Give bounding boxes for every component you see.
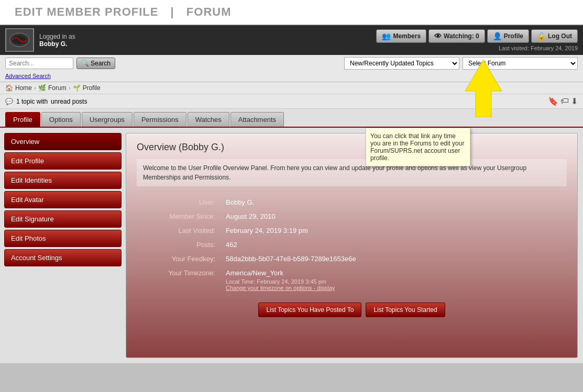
user-value: Bobby G. bbox=[221, 195, 567, 209]
logged-in-label: Logged in as Bobby G. bbox=[39, 33, 75, 48]
watching-icon: 👁 bbox=[434, 32, 442, 40]
table-row: Your Feedkey: 58da2bbb-5b07-47e8-b589-72… bbox=[137, 252, 567, 266]
welcome-text: Welcome to the User Profile Overview Pan… bbox=[137, 159, 567, 187]
table-row: Posts: 462 bbox=[137, 238, 567, 252]
feedkey-value: 58da2bbb-5b07-47e8-b589-7289e1653e6e bbox=[221, 252, 567, 266]
notification-icon: 💬 bbox=[5, 98, 13, 105]
posts-label: Posts: bbox=[137, 238, 221, 252]
member-since-label: Member Since: bbox=[137, 209, 221, 223]
breadcrumb-leaf-icon: 🌱 bbox=[73, 84, 81, 92]
notification-link[interactable]: 1 topic with bbox=[16, 98, 48, 105]
sidebar-item-edit-identities[interactable]: Edit Identities bbox=[4, 172, 122, 189]
page-title: EDIT MEMBER PROFILE | FORUM bbox=[0, 0, 583, 25]
bottom-buttons: List Topics You Have Posted To List Topi… bbox=[137, 294, 567, 321]
header-left: Logged in as Bobby G. bbox=[5, 28, 75, 52]
yellow-arrow bbox=[465, 60, 502, 117]
notification-action-icons: 🔖 🏷 ⬇ bbox=[548, 96, 578, 106]
tab-usergroups[interactable]: Usergroups bbox=[82, 112, 133, 127]
table-row: User: Bobby G. bbox=[137, 195, 567, 209]
breadcrumb-home[interactable]: Home bbox=[15, 84, 32, 92]
breadcrumb-profile[interactable]: Profile bbox=[83, 84, 101, 92]
feedkey-label: Your Feedkey: bbox=[137, 252, 221, 266]
last-visited-label: Last Visited: bbox=[137, 223, 221, 238]
tab-profile[interactable]: Profile bbox=[5, 112, 40, 127]
profile-table: User: Bobby G. Member Since: August 29, … bbox=[137, 195, 567, 294]
timezone-label: Your Timezone: bbox=[137, 266, 221, 294]
sidebar-item-overview[interactable]: Overview bbox=[4, 133, 122, 150]
search-button[interactable]: 🔍 Search bbox=[76, 58, 115, 69]
advanced-search-link[interactable]: Advanced Search bbox=[5, 73, 51, 79]
download-icon[interactable]: ⬇ bbox=[571, 96, 578, 106]
sidebar: Overview Edit Profile Edit Identities Ed… bbox=[0, 128, 126, 363]
bookmark-icon[interactable]: 🔖 bbox=[548, 96, 558, 106]
sidebar-item-edit-profile[interactable]: Edit Profile bbox=[4, 152, 122, 170]
tooltip-box: You can click that link any time you are… bbox=[366, 128, 470, 166]
tab-permissions[interactable]: Permissions bbox=[134, 112, 186, 127]
table-row: Last Visited: February 24, 2019 3:19 pm bbox=[137, 223, 567, 238]
svg-marker-3 bbox=[465, 60, 502, 117]
tag-icon[interactable]: 🏷 bbox=[560, 96, 569, 106]
notification-text: 💬 1 topic with unread posts bbox=[5, 98, 87, 105]
user-label: User: bbox=[137, 195, 221, 209]
tab-options[interactable]: Options bbox=[41, 112, 81, 127]
last-visited: Last visited: February 24, 2019 bbox=[499, 45, 578, 51]
profile-heading: Overview (Bobby G.) bbox=[137, 142, 567, 153]
profile-button[interactable]: 👤 Profile bbox=[487, 29, 529, 43]
search-icon: 🔍 bbox=[81, 60, 89, 67]
header-bar: Logged in as Bobby G. 👥 Members 👁 Watchi… bbox=[0, 25, 583, 55]
members-button[interactable]: 👥 Members bbox=[376, 29, 426, 43]
profile-icon: 👤 bbox=[493, 32, 502, 40]
logout-button[interactable]: 🔓 Log Out bbox=[531, 29, 578, 43]
list-topics-started-button[interactable]: List Topics You Started bbox=[366, 303, 445, 317]
tab-watches[interactable]: Watches bbox=[188, 112, 229, 127]
sidebar-item-edit-avatar[interactable]: Edit Avatar bbox=[4, 191, 122, 208]
logo bbox=[5, 28, 34, 52]
list-topics-posted-button[interactable]: List Topics You Have Posted To bbox=[258, 303, 361, 317]
breadcrumb-forum[interactable]: Forum bbox=[48, 84, 67, 92]
change-timezone-link[interactable]: Change your timezone on options - displa… bbox=[226, 285, 562, 291]
breadcrumb-tree-icon: 🌿 bbox=[38, 84, 46, 92]
sidebar-item-edit-signature[interactable]: Edit Signature bbox=[4, 210, 122, 228]
profile-content: Overview (Bobby G.) Welcome to the User … bbox=[126, 133, 578, 358]
tab-attachments[interactable]: Attachments bbox=[230, 112, 284, 127]
posts-value: 462 bbox=[221, 238, 567, 252]
main-content: Overview Edit Profile Edit Identities Ed… bbox=[0, 128, 583, 363]
members-icon: 👥 bbox=[382, 32, 391, 40]
last-visited-value: February 24, 2019 3:19 pm bbox=[221, 223, 567, 238]
search-input[interactable] bbox=[5, 58, 73, 69]
sidebar-item-edit-photos[interactable]: Edit Photos bbox=[4, 230, 122, 247]
timezone-value: America/New_York Local Time: February 24… bbox=[221, 266, 567, 294]
breadcrumb-home-icon: 🏠 bbox=[5, 84, 13, 92]
table-row: Your Timezone: America/New_York Local Ti… bbox=[137, 266, 567, 294]
watching-button[interactable]: 👁 Watching: 0 bbox=[428, 29, 485, 43]
header-nav: 👥 Members 👁 Watching: 0 👤 Profile 🔓 Log … bbox=[376, 29, 578, 43]
logout-icon: 🔓 bbox=[537, 32, 546, 40]
member-since-value: August 29, 2010 bbox=[221, 209, 567, 223]
table-row: Member Since: August 29, 2010 bbox=[137, 209, 567, 223]
sidebar-item-account-settings[interactable]: Account Settings bbox=[4, 249, 122, 266]
topic-filter-select[interactable]: New/Recently Updated Topics bbox=[344, 57, 459, 70]
